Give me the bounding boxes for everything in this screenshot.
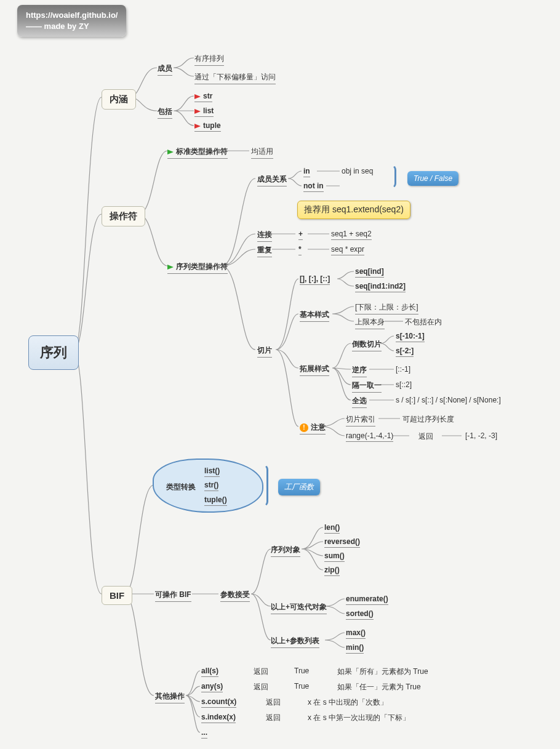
slice-neg1: s[-10:-1] [396,332,425,342]
main-neiran: 内涵 [102,89,136,110]
root-node: 序列 [28,335,79,370]
bif-sorted: sorted() [346,609,374,620]
iter: 以上+可迭代对象 [271,602,327,614]
include-list: list [194,106,214,117]
seq-ops: 序列类型操作符 [167,262,228,274]
main-ops: 操作符 [102,206,145,226]
op-conn-v: seq1 + seq2 [331,230,372,240]
callout-extend: 推荐用 seq1.extend(seq2) [297,201,410,219]
bif-zip: zip() [324,566,340,576]
note-1b: 可超过序列长度 [402,414,454,425]
slice-skip-v: s[::2] [396,380,412,389]
op-conn-op: + [298,230,303,240]
wm-author: —— made by ZY [26,21,118,32]
conv-str: str() [204,481,218,491]
slice-b1: [下限：上限：步长] [355,302,418,314]
plist: 以上+参数列表 [271,636,319,648]
slice-all-v: s / s[:] / s[::] / s[:None] / s[None:] [396,396,501,404]
slice-rev: 逆序 [352,365,367,377]
callout-fac: 工厂函数 [278,479,320,495]
main-bif: BIF [102,586,132,605]
mem-rel: 成员关系 [257,174,287,186]
lbl-include: 包括 [158,106,172,119]
member-1: 有序排列 [194,54,224,66]
slice-ext: 拓展样式 [300,364,329,376]
o-index: s.index(x) [201,713,236,723]
bif-max: max() [346,628,366,639]
slice-rev-v: [::-1] [396,365,410,374]
slice-basic: 基本样式 [300,310,329,322]
op-rep-op: * [298,245,302,255]
slice-neg: 倒数切片 [352,339,382,351]
op-in-v: obj in seq [342,167,373,175]
op-conn: 连接 [257,230,272,242]
watermark: https://woaielf.github.io/ —— made by ZY [17,5,126,37]
note-2a: range(-1,-4,-1) [346,431,393,442]
slice-note: 注意 [300,422,326,435]
o-index-r: 返回 [266,713,281,723]
op-rep: 重复 [257,245,272,257]
o-more: ... [201,728,207,739]
bif-len: len() [324,523,340,534]
conv-list: list() [204,467,220,477]
o-all: all(s) [201,667,218,677]
include-str: str [194,92,212,102]
slice-b2b: 不包括在内 [405,317,442,327]
seqobj: 序列对象 [271,545,300,557]
op-notin: not in [303,182,324,192]
include-tuple: tuple [194,121,221,132]
wm-url: https://woaielf.github.io/ [26,10,118,21]
param: 参数接受 [220,590,250,602]
slice-neg2: s[-2:] [396,346,414,357]
note-2c: [-1, -2, -3] [465,431,497,440]
bif-min: min() [346,643,364,654]
std-ops: 标准类型操作符 [167,146,228,159]
o-all-v: 如果「所有」元素都为 True [337,667,428,677]
std-ops-v: 均适用 [251,146,273,159]
o-index-v: x 在 s 中第一次出现的「下标」 [308,713,410,723]
slice-idx2: seq[ind1:ind2] [355,282,406,292]
opbif: 可操作 BIF [155,590,191,602]
bif-rev: reversed() [324,537,360,548]
slice-all: 全选 [352,396,367,408]
member-2: 通过「下标偏移量」访问 [194,72,276,84]
slice-idx: [], [:], [::] [300,274,330,285]
bif-enum: enumerate() [346,595,388,605]
o-any-r: 返回 [254,682,268,692]
o-count-v: x 在 s 中出现的「次数」 [308,697,388,708]
brace-tf [391,165,396,188]
slice: 切片 [257,345,272,358]
o-count: s.count(x) [201,697,236,708]
slice-skip: 隔一取一 [352,380,382,393]
lbl-member: 成员 [158,63,172,76]
bif-sum: sum() [324,551,345,562]
note-1a: 切片索引 [346,414,375,427]
o-all-r: 返回 [254,667,268,677]
conv-tuple: tuple() [204,495,227,506]
slice-b2a: 上限本身 [355,317,385,329]
o-all-t: True [294,667,309,675]
slice-idx1: seq[ind] [355,267,384,278]
note-2b: 返回 [418,431,433,442]
o-any-t: True [294,682,309,691]
callout-tf: True / False [407,171,458,186]
o-any: any(s) [201,682,223,692]
brace-fac [263,465,268,507]
o-count-r: 返回 [266,697,281,708]
op-rep-v: seq * expr [331,245,364,255]
o-any-v: 如果「任一」元素为 True [337,682,421,692]
op-in: in [303,167,310,177]
other: 其他操作 [155,691,185,703]
